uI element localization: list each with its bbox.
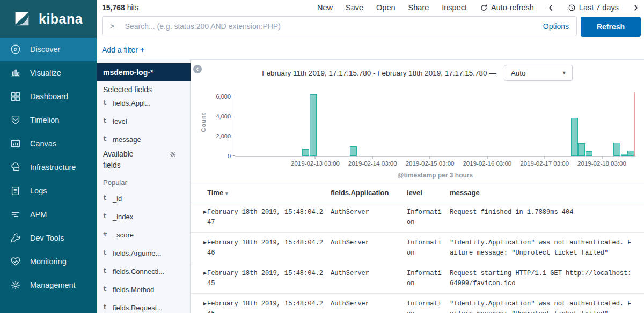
table-body: ▶February 18th 2019, 15:48:04.247AuthSer… bbox=[191, 202, 644, 313]
sidebar-item-label: Infrastructure bbox=[30, 163, 76, 172]
hits-value: 15,768 bbox=[102, 3, 125, 12]
field-item-fieldsConnecti[interactable]: tfields.Connecti... bbox=[97, 264, 190, 282]
cell-fields-application: AuthServer bbox=[331, 238, 407, 263]
sort-descending-icon: ▾ bbox=[225, 191, 228, 196]
kibana-logo-text: kibana bbox=[39, 11, 83, 27]
sidebar-item-infrastructure[interactable]: Infrastructure bbox=[0, 155, 97, 179]
sidebar-item-dashboard[interactable]: Dashboard bbox=[0, 85, 97, 108]
sidebar-item-management[interactable]: Management bbox=[0, 273, 97, 297]
menu-item-inspect[interactable]: Inspect bbox=[442, 3, 467, 12]
time-range-forward-button[interactable] bbox=[632, 4, 640, 12]
available-fields-heading: Available fields bbox=[103, 148, 162, 171]
index-pattern-selector[interactable]: msdemo-log-* bbox=[97, 63, 191, 81]
sidebar-item-monitoring[interactable]: Monitoring bbox=[0, 250, 97, 273]
field-name: _id bbox=[113, 195, 122, 203]
field-item-fieldsArgume[interactable]: tfields.Argume... bbox=[97, 246, 190, 264]
field-type-icon: t bbox=[103, 286, 108, 293]
field-settings-gear-icon[interactable] bbox=[169, 151, 177, 158]
histogram-bar[interactable] bbox=[310, 94, 317, 156]
x-axis-tick-mark bbox=[544, 156, 545, 159]
refresh-icon bbox=[480, 4, 488, 12]
chevron-down-icon: ▼ bbox=[562, 70, 567, 76]
histogram-bar[interactable] bbox=[571, 118, 578, 156]
search-bar[interactable]: >_ Options bbox=[102, 16, 577, 36]
interval-selected-value: Auto bbox=[511, 69, 526, 77]
cell-time: February 18th 2019, 15:48:04.245 bbox=[207, 299, 331, 313]
compass-icon bbox=[10, 43, 21, 55]
expand-row-icon[interactable]: ▶ bbox=[191, 238, 207, 263]
query-options-link[interactable]: Options bbox=[543, 22, 569, 31]
x-axis-tick: 2019-02-14 03:00 bbox=[348, 160, 397, 167]
menu-item-share[interactable]: Share bbox=[408, 3, 429, 12]
menu-item-open[interactable]: Open bbox=[376, 3, 395, 12]
query-prompt-icon: >_ bbox=[110, 23, 119, 31]
time-range-back-button[interactable] bbox=[547, 4, 555, 12]
table-row: ▶February 18th 2019, 15:48:04.245AuthSer… bbox=[191, 263, 644, 294]
x-axis-tick: 2019-02-17 03:00 bbox=[520, 160, 569, 167]
auto-refresh-button[interactable]: Auto-refresh bbox=[480, 3, 534, 12]
frame-icon bbox=[10, 138, 21, 150]
sidebar-item-discover[interactable]: Discover bbox=[0, 38, 97, 61]
kibana-discover-page: kibana DiscoverVisualizeDashboardTimelio… bbox=[0, 0, 644, 313]
kibana-logo[interactable]: kibana bbox=[0, 0, 97, 38]
time-range-picker[interactable]: Last 7 days bbox=[568, 3, 619, 12]
document-table: Time▾fields.Applicationlevelmessage ▶Feb… bbox=[191, 189, 644, 313]
table-row: ▶February 18th 2019, 15:48:04.246AuthSer… bbox=[191, 233, 644, 263]
field-item-_id[interactable]: t_id bbox=[97, 191, 190, 210]
menu-item-new[interactable]: New bbox=[317, 3, 333, 12]
top-bar: 15,768 hits NewSaveOpenShareInspectAuto-… bbox=[97, 0, 644, 59]
field-type-icon: t bbox=[103, 117, 108, 125]
expand-row-icon[interactable]: ▶ bbox=[191, 207, 207, 232]
selected-fields-list: tfields.Appl...tleveltmessage bbox=[97, 96, 190, 151]
column-header-fields-application[interactable]: fields.Application bbox=[331, 189, 407, 197]
column-header-level[interactable]: level bbox=[407, 189, 450, 197]
cell-message: Request finished in 1.7889ms 404 bbox=[450, 207, 638, 232]
field-type-icon: t bbox=[103, 304, 108, 311]
sidebar-item-logs[interactable]: Logs bbox=[0, 179, 97, 203]
histogram-plot-area[interactable]: 02,0004,0006,0002019-02-13 03:002019-02-… bbox=[235, 92, 636, 156]
histogram-bar[interactable] bbox=[586, 151, 592, 156]
histogram-bar[interactable] bbox=[302, 149, 309, 156]
expand-row-icon[interactable]: ▶ bbox=[191, 299, 207, 313]
histogram-bar[interactable] bbox=[613, 143, 620, 156]
field-type-icon: t bbox=[103, 195, 108, 202]
sidebar-item-canvas[interactable]: Canvas bbox=[0, 132, 97, 155]
histogram-bar[interactable] bbox=[621, 154, 628, 156]
field-type-icon: t bbox=[103, 99, 108, 107]
sidebar-item-label: Logs bbox=[30, 187, 47, 195]
y-axis-tick-mark bbox=[233, 116, 235, 116]
add-filter-link[interactable]: Add a filter + bbox=[102, 45, 145, 54]
interval-select[interactable]: Auto ▼ bbox=[504, 65, 573, 81]
sidebar-item-visualize[interactable]: Visualize bbox=[0, 61, 97, 85]
sidebar-item-label: Discover bbox=[30, 45, 60, 54]
chevron-left-icon bbox=[547, 4, 555, 12]
field-item-_index[interactable]: t_index bbox=[97, 210, 190, 228]
field-name: fields.Method bbox=[113, 286, 154, 294]
search-input[interactable] bbox=[125, 22, 538, 31]
x-axis-tick-mark bbox=[315, 156, 316, 159]
column-header-time[interactable]: Time▾ bbox=[207, 189, 331, 197]
sidebar-item-dev-tools[interactable]: Dev Tools bbox=[0, 226, 97, 250]
column-header-message[interactable]: message bbox=[450, 189, 638, 197]
cell-fields-application: AuthServer bbox=[331, 299, 407, 313]
y-axis-tick: 4,000 bbox=[207, 113, 231, 120]
refresh-button[interactable]: Refresh bbox=[581, 17, 641, 37]
expand-row-icon[interactable]: ▶ bbox=[191, 269, 207, 293]
field-name: fields.Appl... bbox=[113, 99, 151, 107]
field-item-fieldsRequest[interactable]: tfields.Request... bbox=[97, 301, 190, 313]
field-item-fieldsAppl[interactable]: tfields.Appl... bbox=[97, 96, 190, 114]
field-item-fieldsMethod[interactable]: tfields.Method bbox=[97, 282, 190, 301]
histogram-bar[interactable] bbox=[350, 146, 357, 156]
field-item-_score[interactable]: #_score bbox=[97, 228, 190, 246]
current-time-marker bbox=[634, 92, 635, 156]
histogram-chart: Count 02,0004,0006,0002019-02-13 03:0020… bbox=[191, 81, 644, 184]
shield-icon bbox=[10, 114, 21, 126]
field-item-message[interactable]: tmessage bbox=[97, 132, 190, 151]
menu-item-save[interactable]: Save bbox=[346, 3, 363, 12]
histogram-bar[interactable] bbox=[578, 143, 585, 156]
add-filter-label: Add a filter bbox=[102, 46, 138, 54]
selected-fields-heading: Selected fields bbox=[103, 85, 152, 94]
sidebar-item-apm[interactable]: APM bbox=[0, 203, 97, 226]
field-item-level[interactable]: tlevel bbox=[97, 114, 190, 132]
sidebar-item-timelion[interactable]: Timelion bbox=[0, 108, 97, 132]
